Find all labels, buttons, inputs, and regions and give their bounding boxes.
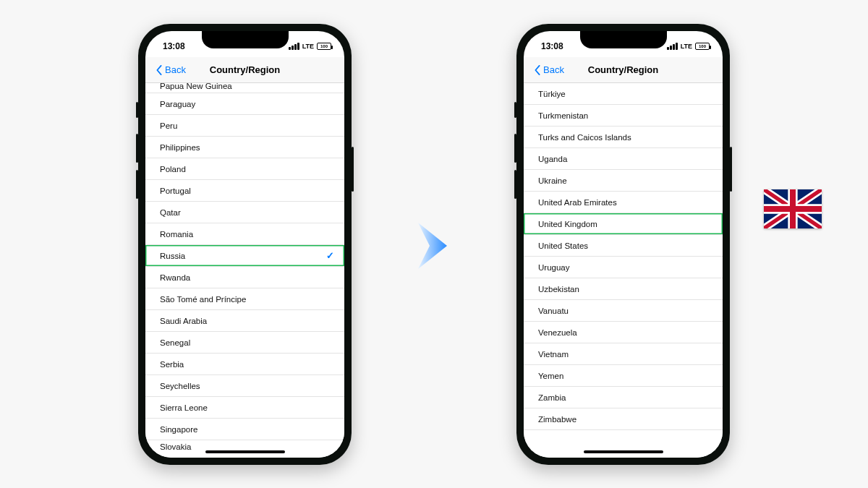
nav-bar: Back Country/Region	[145, 57, 344, 83]
country-label: Uganda	[538, 155, 567, 163]
country-label: Portugal	[160, 187, 191, 195]
country-label: Vanuatu	[538, 307, 569, 315]
back-button[interactable]: Back	[145, 64, 186, 75]
country-label: São Tomé and Príncipe	[160, 295, 246, 304]
country-label: Singapore	[160, 425, 197, 434]
country-label: United States	[538, 241, 588, 250]
list-item[interactable]: Turkmenistan	[524, 105, 723, 127]
list-item[interactable]: Turks and Caicos Islands	[524, 127, 723, 148]
country-label: Qatar	[160, 208, 181, 217]
signal-icon	[667, 43, 678, 50]
volume-up	[514, 134, 516, 163]
nav-bar: Back Country/Region	[524, 57, 723, 83]
list-item[interactable]: United Kingdom	[524, 213, 723, 235]
status-time: 13:08	[163, 41, 185, 51]
network-label: LTE	[302, 43, 314, 50]
country-label: Turkmenistan	[538, 111, 588, 120]
list-item[interactable]: Singapore	[145, 419, 344, 440]
country-label: Venezuela	[538, 328, 577, 337]
back-label: Back	[165, 64, 186, 75]
country-label: Rwanda	[160, 273, 190, 282]
list-item[interactable]: Vietnam	[524, 343, 723, 365]
country-label: Romania	[160, 230, 193, 239]
list-item[interactable]: Portugal	[145, 180, 344, 202]
country-label: Ukraine	[538, 176, 567, 185]
list-item[interactable]: Saudi Arabia	[145, 310, 344, 332]
mute-switch	[136, 102, 138, 118]
mute-switch	[514, 102, 516, 118]
list-item[interactable]: United States	[524, 235, 723, 257]
list-item[interactable]: Yemen	[524, 365, 723, 387]
list-item[interactable]: Vanuatu	[524, 300, 723, 322]
list-item[interactable]: Philippines	[145, 137, 344, 158]
list-item[interactable]: Uzbekistan	[524, 278, 723, 300]
list-item[interactable]: Sierra Leone	[145, 397, 344, 419]
list-item[interactable]: Zimbabwe	[524, 408, 723, 430]
country-label: Papua New Guinea	[160, 83, 232, 90]
country-label: Türkiye	[538, 90, 566, 98]
uk-flag-icon	[764, 189, 822, 228]
country-label: Turks and Caicos Islands	[538, 133, 631, 142]
country-label: Senegal	[160, 338, 190, 347]
list-item[interactable]: Ukraine	[524, 170, 723, 192]
volume-down	[136, 170, 138, 199]
status-time: 13:08	[541, 41, 563, 51]
battery-icon: 100	[317, 43, 331, 50]
list-item[interactable]: Paraguay	[145, 93, 344, 115]
country-label: Paraguay	[160, 100, 195, 108]
svg-rect-4	[764, 206, 822, 212]
list-item[interactable]: São Tomé and Príncipe	[145, 288, 344, 310]
home-indicator[interactable]	[205, 450, 285, 453]
notch	[202, 31, 289, 48]
list-item[interactable]: Romania	[145, 223, 344, 245]
country-label: Vietnam	[538, 350, 569, 359]
country-label: Serbia	[160, 360, 184, 369]
list-item[interactable]: Poland	[145, 158, 344, 180]
country-label: Sierra Leone	[160, 403, 208, 412]
country-label: Peru	[160, 121, 177, 130]
power-button	[352, 147, 354, 192]
list-item[interactable]: Türkiye	[524, 83, 723, 105]
country-label: United Kingdom	[538, 220, 597, 228]
country-label: Poland	[160, 165, 186, 174]
list-item[interactable]: Uruguay	[524, 257, 723, 278]
list-item[interactable]: Rwanda	[145, 267, 344, 288]
list-item[interactable]: Papua New Guinea	[145, 83, 344, 93]
chevron-left-icon	[156, 65, 163, 75]
list-item[interactable]: Zambia	[524, 387, 723, 408]
list-item[interactable]: Qatar	[145, 202, 344, 223]
country-label: Russia	[160, 252, 185, 260]
list-item[interactable]: Seychelles	[145, 375, 344, 397]
home-indicator[interactable]	[584, 450, 663, 453]
country-label: Philippines	[160, 143, 200, 152]
list-item[interactable]: Venezuela	[524, 322, 723, 343]
back-button[interactable]: Back	[524, 64, 564, 75]
country-label: United Arab Emirates	[538, 198, 617, 207]
country-label: Zimbabwe	[538, 415, 576, 424]
chevron-left-icon	[534, 65, 541, 75]
signal-icon	[289, 43, 299, 50]
list-item[interactable]: Uganda	[524, 148, 723, 170]
back-label: Back	[543, 64, 564, 75]
country-label: Yemen	[538, 372, 563, 380]
list-item[interactable]: Serbia	[145, 354, 344, 375]
list-item[interactable]: Peru	[145, 115, 344, 137]
country-list[interactable]: Papua New GuineaParaguayPeruPhilippinesP…	[145, 83, 344, 458]
country-list[interactable]: TürkiyeTurkmenistanTurks and Caicos Isla…	[524, 83, 723, 458]
country-label: Uzbekistan	[538, 285, 579, 294]
arrow-icon	[405, 217, 463, 275]
list-item[interactable]: Russia✓	[145, 245, 344, 267]
power-button	[730, 147, 732, 192]
network-label: LTE	[681, 43, 692, 50]
country-label: Uruguay	[538, 263, 569, 272]
country-label: Zambia	[538, 393, 566, 402]
list-item[interactable]: Senegal	[145, 332, 344, 354]
checkmark-icon: ✓	[326, 250, 334, 261]
country-label: Seychelles	[160, 382, 200, 390]
volume-up	[136, 134, 138, 163]
volume-down	[514, 170, 516, 199]
phone-left: 13:08 LTE 100 Back Country/Region Papua …	[138, 24, 352, 465]
list-item[interactable]: United Arab Emirates	[524, 192, 723, 213]
battery-icon: 100	[695, 43, 710, 50]
phone-right: 13:08 LTE 100 Back Country/Region Türkiy…	[516, 24, 730, 465]
